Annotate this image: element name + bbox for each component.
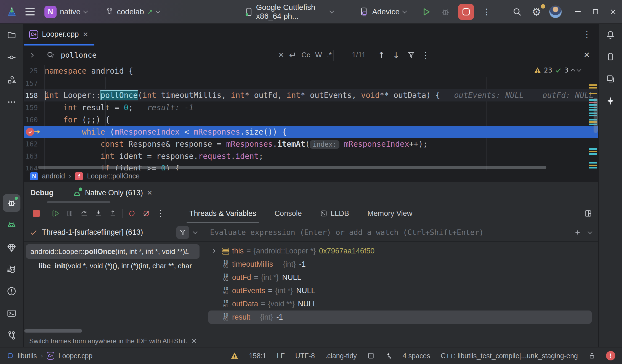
stripe-mark[interactable] [589,84,597,86]
variable-row-this[interactable]: this={android::Looper *}0x7967aa146f50 [208,244,592,258]
session-tabs-scrollbar[interactable] [47,201,110,203]
chevron-down-icon[interactable] [193,229,198,234]
line-separator[interactable]: LF [277,352,285,360]
code-line-162[interactable]: 162 const Response& response = mResponse… [24,138,598,150]
clear-search-icon[interactable]: ✕ [278,51,284,59]
next-occurrence-icon[interactable]: ↓ [393,50,400,60]
window-maximize-button[interactable] [587,0,604,24]
structure-tool-icon[interactable] [3,71,20,89]
expand-chevron-icon[interactable] [208,249,219,253]
stripe-mark[interactable] [589,151,597,152]
stripe-mark[interactable] [589,167,597,168]
stripe-mark[interactable] [589,165,597,166]
code-line-158[interactable]: 158int Looper::pollOnce(int timeoutMilli… [24,89,598,101]
project-widget[interactable]: N native [44,6,87,18]
debug-tab-console[interactable]: Console [275,204,302,223]
mute-breakpoints-icon[interactable] [139,206,153,221]
indent-setting[interactable]: 4 spaces [403,352,430,360]
variable-row-outEvents[interactable]: 1001outEvents={int *}NULL [208,284,592,297]
debug-button[interactable] [439,5,452,18]
device-manager-icon[interactable] [602,48,619,66]
gutter-159[interactable]: 159 [24,101,45,114]
analysis-warning-icon[interactable] [231,352,238,359]
user-avatar[interactable] [549,6,562,18]
gemini-sparkle-icon[interactable] [602,92,619,110]
frame-row-0[interactable]: android::Looper::pollOnce(int, int *, in… [26,244,200,259]
stripe-mark[interactable] [589,87,597,89]
frame-row-1[interactable]: __libc_init(void *, void (*)(), int (*)(… [26,259,200,273]
variable-row-outData[interactable]: 1001outData={void **}NULL [208,297,592,311]
search-history-icon[interactable] [46,51,56,60]
search-field[interactable]: pollonce ✕ ↵ Cc W .* [39,50,332,60]
reader-mode-icon[interactable] [367,352,374,359]
tab-options-icon[interactable]: ⋮ [583,30,591,39]
settings-gear-icon[interactable]: ⚙ [530,5,543,18]
window-minimize-button[interactable] [569,0,587,24]
hide-frames-filter-icon[interactable] [176,226,189,239]
breadcrumb-item[interactable]: android [42,172,65,180]
next-problem-icon[interactable] [577,67,581,72]
chevron-down-icon[interactable] [588,229,592,234]
pause-program-icon[interactable] [63,206,77,221]
resume-program-icon[interactable] [48,206,63,221]
previous-occurrence-icon[interactable]: ↑ [378,50,385,60]
sticky-line-25[interactable]: 25namespace android { [24,65,598,77]
code-line-157[interactable]: 157 [24,77,598,89]
step-over-icon[interactable] [77,206,91,221]
commit-tool-icon[interactable] [3,49,20,66]
tab-looper-cpp[interactable]: C+ Looper.cpp ✕ [24,24,94,45]
view-breakpoints-icon[interactable] [125,206,139,221]
gutter-163[interactable]: 163 [24,150,45,162]
debug-tool-icon[interactable] [3,194,20,212]
variable-row-timeoutMillis[interactable]: 1001timeoutMillis={int}-1 [208,258,592,271]
code-line-160[interactable]: 160 for (;;) { [24,114,598,126]
match-case-toggle[interactable]: Cc [301,51,310,59]
close-search-icon[interactable]: ✕ [584,50,590,60]
analysis-profile[interactable]: .clang-tidy [325,352,357,360]
code-line-163[interactable]: 163 int ident = response.request.ident; [24,150,598,162]
filter-search-icon[interactable] [407,51,415,59]
search-options-icon[interactable]: ⋮ [422,51,430,59]
terminal-tool-icon[interactable] [3,304,20,322]
window-close-button[interactable] [604,0,622,24]
code-line-159[interactable]: 159 int result = 0; result: -1 [24,101,598,114]
error-notification-icon[interactable]: ! [606,351,615,360]
gutter-160[interactable]: 160 [24,114,45,126]
newline-icon[interactable]: ↵ [289,50,297,60]
device-selector[interactable]: Google Cuttlefish x86_64 ph... [245,3,334,21]
gutter-161[interactable] [24,126,45,138]
debug-more-icon[interactable]: ⋮ [153,206,168,221]
status-file[interactable]: Looper.cpp [58,352,92,360]
regex-toggle[interactable]: .* [327,51,332,59]
evaluate-expression-bar[interactable]: Evaluate expression (Enter) or add a wat… [202,223,598,242]
adevice-widget[interactable]: Adevice [360,7,406,17]
code-line-161[interactable]: while (mResponseIndex < mResponses.size(… [24,126,598,138]
debug-tab-memory-view[interactable]: Memory View [367,204,412,223]
session-tab-close-icon[interactable]: ✕ [147,190,152,196]
breadcrumb-item[interactable]: Looper::pollOnce [87,172,139,180]
unlocked-icon[interactable] [588,352,596,360]
gutter-25[interactable]: 25 [24,65,45,77]
expand-replace-icon[interactable] [24,45,39,65]
debug-tab-lldb[interactable]: LLDB [320,204,349,223]
running-devices-tool-icon[interactable] [3,217,20,234]
build-target[interactable]: C++: libutils_test_compile|...unk_stagin… [441,352,578,360]
tip-close-icon[interactable]: ✕ [191,338,197,344]
debug-session-tab[interactable]: Native Only (613) ✕ [73,189,152,197]
debug-tab-threads-variables[interactable]: Threads & Variables [189,204,256,223]
add-watch-icon[interactable] [574,229,581,236]
version-control-tool-icon[interactable] [3,326,20,344]
variable-row-result[interactable]: 1001result={int}-1 [208,311,592,324]
run-button[interactable] [419,5,433,18]
problems-tool-icon[interactable] [3,282,20,300]
search-input[interactable]: pollonce [61,51,273,59]
resource-manager-icon[interactable] [602,70,619,88]
stripe-mark[interactable] [589,153,597,155]
thread-selector[interactable]: Thread-1-[surfaceflinger] (613) [24,223,202,242]
words-toggle[interactable]: W [315,51,322,59]
tab-close-icon[interactable]: ✕ [83,31,88,38]
stop-process-icon[interactable] [29,206,44,221]
stripe-mark[interactable] [589,148,597,150]
file-encoding[interactable]: UTF-8 [295,352,315,360]
inspections-widget[interactable]: 23 3 [534,66,581,74]
